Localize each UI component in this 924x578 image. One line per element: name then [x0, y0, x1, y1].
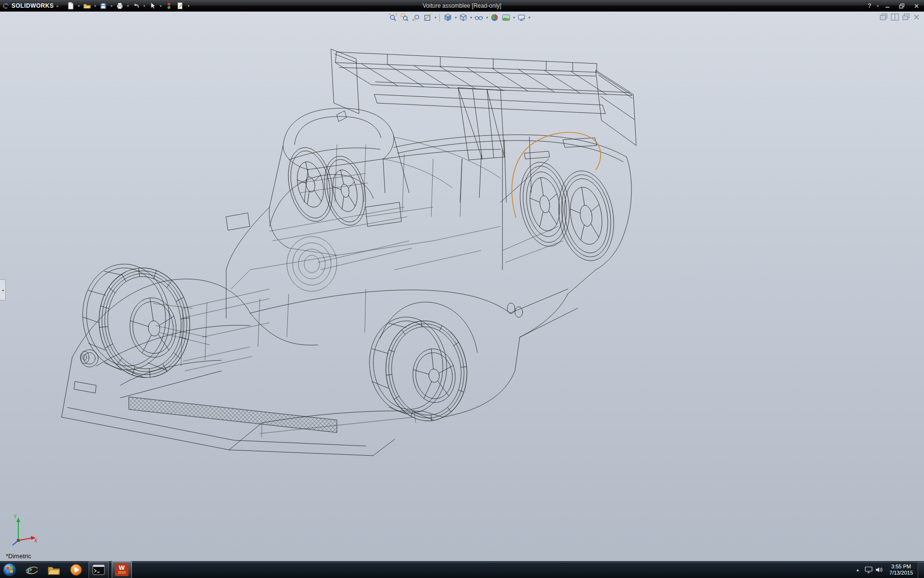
dassault-logo-icon — [2, 2, 10, 10]
display-style-caret-icon[interactable]: ▾ — [470, 15, 472, 20]
new-document-icon — [67, 2, 74, 10]
zoom-to-fit-icon — [389, 13, 397, 22]
doc-close-button[interactable] — [913, 13, 920, 21]
solidworks-logo[interactable]: SOLIDWORKS ▸ — [2, 2, 64, 10]
undo-caret-icon[interactable]: ▾ — [142, 4, 146, 8]
file-explorer-button[interactable] — [44, 562, 64, 578]
minimize-icon — [885, 3, 890, 8]
view-settings-caret-icon[interactable]: ▾ — [528, 15, 530, 20]
view-orientation-caret-icon[interactable]: ▾ — [455, 15, 457, 20]
undo-arrow-icon — [132, 2, 140, 10]
restore-button[interactable] — [895, 1, 909, 11]
command-prompt-button[interactable] — [89, 561, 109, 578]
rear-right-wheel-outer — [552, 167, 620, 264]
headsup-view-toolbar: ▾ ▾ ▾ — [388, 13, 530, 22]
start-button[interactable] — [0, 562, 19, 578]
window-controls: ? ▾ — [864, 0, 923, 12]
previous-view-icon — [412, 13, 420, 22]
model-wireframe-race-car[interactable] — [0, 12, 924, 562]
toolbar-separator — [439, 14, 440, 22]
tile-windows-button[interactable] — [891, 13, 899, 21]
print-caret-icon[interactable]: ▾ — [126, 4, 130, 8]
save-caret-icon[interactable]: ▾ — [110, 4, 114, 8]
previous-view-button[interactable] — [411, 13, 421, 22]
apply-scene-caret-icon[interactable]: ▾ — [513, 15, 515, 20]
rear-right-wheel-inner — [514, 158, 575, 250]
front-right-wheel-inner — [282, 144, 339, 226]
volume-tray-button[interactable] — [874, 562, 885, 578]
apply-scene-button[interactable] — [501, 13, 511, 22]
doc-restore-button[interactable] — [902, 13, 910, 21]
zoom-to-area-button[interactable] — [399, 13, 410, 22]
clock-time: 3:55 PM — [891, 564, 911, 570]
new-document-button[interactable] — [65, 1, 76, 11]
media-player-icon — [69, 563, 83, 577]
display-tray-icon — [865, 566, 873, 573]
selected-edge[interactable] — [512, 132, 601, 218]
rebuild-button[interactable] — [164, 1, 174, 11]
view-orientation-cube-icon — [444, 13, 452, 22]
logo-menu-caret-icon[interactable]: ▸ — [56, 4, 60, 8]
save-button[interactable] — [98, 1, 109, 11]
graphics-area[interactable]: ▾ ▾ ▾ — [0, 12, 924, 562]
printer-icon — [116, 2, 124, 10]
print-button[interactable] — [115, 1, 125, 11]
panel-collapse-tab[interactable]: ◂ — [0, 279, 6, 301]
cascade-windows-icon — [880, 13, 888, 21]
view-settings-button[interactable] — [516, 13, 526, 22]
rear-wing — [331, 49, 636, 160]
undo-button[interactable] — [131, 1, 141, 11]
open-document-button[interactable] — [82, 1, 92, 11]
internet-explorer-icon: e — [25, 563, 38, 577]
windows-taskbar: e — [0, 561, 924, 578]
select-cursor-icon — [149, 2, 156, 10]
orientation-triad: Y X — [4, 512, 39, 547]
zoom-to-area-icon — [400, 13, 409, 22]
open-folder-icon — [83, 2, 91, 10]
show-desktop-button[interactable] — [918, 562, 924, 578]
help-caret-icon[interactable]: ▾ — [876, 4, 880, 8]
taskbar-clock[interactable]: 3:55 PM 7/13/2015 — [885, 564, 918, 576]
internet-explorer-button[interactable]: e — [22, 562, 41, 578]
desktop: SOLIDWORKS ▸ ▾ ▾ — [0, 0, 924, 578]
front-left-wheel — [77, 260, 195, 382]
view-orientation-button[interactable] — [443, 13, 453, 22]
section-view-icon — [424, 13, 432, 22]
show-hidden-icons-button[interactable]: ▲ — [852, 568, 863, 572]
edit-appearance-button[interactable] — [489, 13, 500, 22]
section-view-caret-icon[interactable]: ▾ — [435, 15, 436, 20]
system-tray: ▲ 3:55 PM 7/13/2015 — [852, 562, 924, 578]
solidworks-version-badge: 2015 — [118, 571, 126, 575]
minimize-button[interactable] — [881, 1, 894, 11]
new-document-caret-icon[interactable]: ▾ — [77, 4, 81, 8]
restore-down-icon — [899, 3, 905, 9]
close-button[interactable] — [910, 1, 923, 11]
sketch-caret-icon[interactable]: ▾ — [187, 4, 191, 8]
zoom-to-fit-button[interactable] — [388, 13, 398, 22]
view-orientation-label: *Dimetric — [6, 552, 31, 560]
apply-scene-icon — [502, 13, 510, 22]
hide-show-items-caret-icon[interactable]: ▾ — [486, 15, 488, 20]
hide-show-items-button[interactable] — [474, 13, 484, 22]
help-button[interactable]: ? — [864, 1, 875, 11]
close-icon — [914, 3, 919, 9]
y-axis-arrow-icon — [16, 517, 20, 522]
sketch-button[interactable] — [175, 1, 186, 11]
doc-restore-icon — [902, 13, 910, 21]
display-style-cube-icon — [459, 13, 467, 22]
cascade-windows-button[interactable] — [880, 13, 888, 21]
display-tray-button[interactable] — [863, 562, 874, 578]
quick-access-toolbar: SOLIDWORKS ▸ ▾ ▾ — [0, 1, 191, 11]
ie-letter: e — [27, 564, 32, 576]
app-name: SOLIDWORKS — [12, 2, 54, 9]
open-document-caret-icon[interactable]: ▾ — [93, 4, 97, 8]
x-axis-label: X — [34, 538, 38, 543]
select-caret-icon[interactable]: ▾ — [159, 4, 163, 8]
titlebar: SOLIDWORKS ▸ ▾ ▾ — [0, 0, 924, 12]
media-player-button[interactable] — [66, 562, 86, 578]
select-button[interactable] — [147, 1, 158, 11]
section-view-button[interactable] — [423, 13, 433, 22]
solidworks-app-icon: W 2015 — [115, 564, 128, 576]
solidworks-taskbar-button[interactable]: W 2015 — [112, 561, 132, 578]
display-style-button[interactable] — [458, 13, 468, 22]
